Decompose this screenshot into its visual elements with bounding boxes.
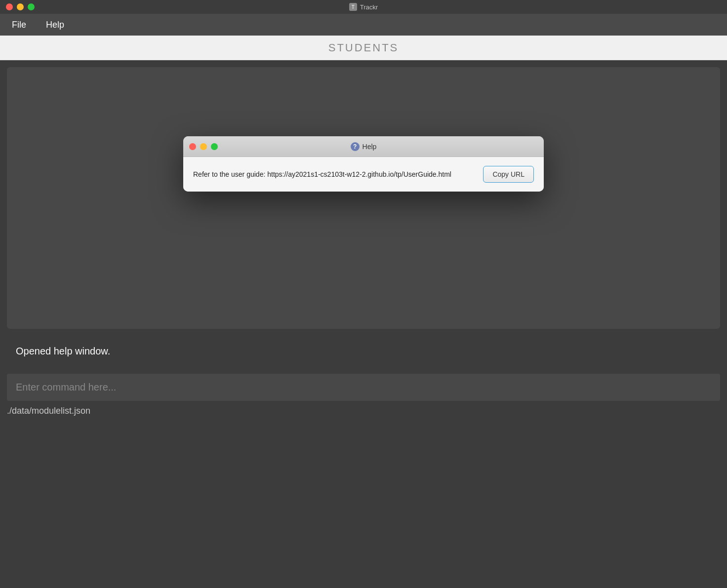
minimize-button[interactable] xyxy=(17,3,24,10)
dialog-title: ? Help xyxy=(351,142,377,151)
app-icon: T xyxy=(349,3,357,11)
footer-path: ./data/modulelist.json xyxy=(7,406,90,416)
section-header: STUDENTS xyxy=(0,36,727,60)
main-content: ? Help Refer to the user guide: https://… xyxy=(7,67,720,329)
menu-bar: File Help xyxy=(0,14,727,36)
traffic-lights xyxy=(6,3,35,10)
help-url-text: Refer to the user guide: https://ay2021s… xyxy=(193,170,475,178)
help-dialog: ? Help Refer to the user guide: https://… xyxy=(183,136,544,192)
help-dialog-titlebar: ? Help xyxy=(183,136,544,157)
close-button[interactable] xyxy=(6,3,13,10)
copy-url-button[interactable]: Copy URL xyxy=(483,166,534,183)
status-bar: Opened help window. xyxy=(7,336,720,367)
command-area xyxy=(7,374,720,401)
dialog-maximize-button[interactable] xyxy=(211,143,218,150)
help-menu[interactable]: Help xyxy=(42,18,68,32)
footer: ./data/modulelist.json xyxy=(0,401,727,421)
status-message: Opened help window. xyxy=(16,346,110,356)
section-title: STUDENTS xyxy=(328,41,399,54)
help-question-icon: ? xyxy=(351,142,360,151)
dialog-minimize-button[interactable] xyxy=(200,143,207,150)
file-menu[interactable]: File xyxy=(8,18,30,32)
dialog-close-button[interactable] xyxy=(189,143,196,150)
dialog-traffic-lights xyxy=(189,143,218,150)
maximize-button[interactable] xyxy=(28,3,35,10)
command-input[interactable] xyxy=(7,374,720,401)
title-bar: T Trackr xyxy=(0,0,727,14)
app-title: T Trackr xyxy=(349,3,378,11)
help-dialog-content: Refer to the user guide: https://ay2021s… xyxy=(183,157,544,192)
